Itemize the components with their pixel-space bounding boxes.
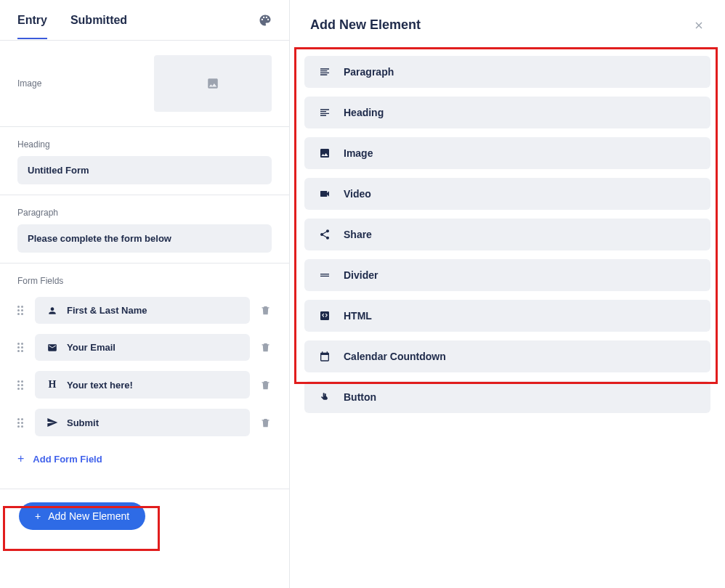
element-paragraph[interactable]: Paragraph bbox=[304, 56, 710, 88]
element-divider[interactable]: Divider bbox=[304, 259, 710, 291]
element-label: Image bbox=[344, 147, 373, 159]
tab-submitted[interactable]: Submitted bbox=[70, 2, 127, 38]
field-row: H Your text here! bbox=[17, 371, 272, 399]
element-label: Button bbox=[344, 391, 376, 403]
drag-handle-icon[interactable] bbox=[17, 418, 29, 428]
video-icon bbox=[316, 188, 333, 200]
field-label: Your Email bbox=[67, 342, 116, 353]
divider-icon bbox=[316, 269, 333, 281]
element-video[interactable]: Video bbox=[304, 178, 710, 210]
code-icon bbox=[316, 310, 333, 322]
heading-label: Heading bbox=[17, 139, 50, 150]
palette-icon[interactable] bbox=[259, 14, 272, 27]
element-label: Heading bbox=[344, 107, 384, 118]
paragraph-icon bbox=[316, 66, 333, 78]
element-html[interactable]: HTML bbox=[304, 300, 710, 332]
element-label: Divider bbox=[344, 269, 378, 281]
add-element-label: Add New Element bbox=[48, 510, 129, 522]
tab-entry[interactable]: Entry bbox=[17, 2, 47, 38]
heading-icon bbox=[316, 107, 333, 118]
heading-section: Heading Untitled Form bbox=[0, 127, 289, 195]
panel-header: Add New Element bbox=[290, 0, 725, 43]
trash-icon[interactable] bbox=[260, 342, 272, 353]
add-form-field-label: Add Form Field bbox=[33, 454, 102, 465]
tabs: Entry Submitted bbox=[0, 0, 289, 41]
field-row: Your Email bbox=[17, 334, 272, 361]
field-text[interactable]: H Your text here! bbox=[35, 371, 250, 399]
element-heading[interactable]: Heading bbox=[304, 97, 710, 128]
paragraph-section: Paragraph Please complete the form below bbox=[0, 195, 289, 264]
right-panel: Add New Element Paragraph Heading bbox=[290, 0, 725, 588]
element-label: Paragraph bbox=[344, 66, 394, 78]
element-button[interactable]: Button bbox=[304, 381, 710, 413]
left-panel: Entry Submitted Image Heading Untitled F… bbox=[0, 0, 290, 588]
element-share[interactable]: Share bbox=[304, 219, 710, 250]
trash-icon[interactable] bbox=[260, 380, 272, 391]
element-image[interactable]: Image bbox=[304, 137, 710, 169]
plus-icon: + bbox=[17, 452, 24, 465]
user-icon bbox=[45, 306, 60, 316]
share-icon bbox=[316, 229, 333, 240]
element-calendar-countdown[interactable]: Calendar Countdown bbox=[304, 340, 710, 372]
trash-icon[interactable] bbox=[260, 305, 272, 316]
field-name[interactable]: First & Last Name bbox=[35, 297, 250, 324]
plus-icon: + bbox=[35, 510, 41, 522]
element-label: Share bbox=[344, 229, 372, 240]
field-submit[interactable]: Submit bbox=[35, 409, 250, 436]
drag-handle-icon[interactable] bbox=[17, 380, 29, 390]
element-label: HTML bbox=[344, 310, 372, 322]
field-label: Your text here! bbox=[67, 380, 133, 391]
add-new-element-button[interactable]: + Add New Element bbox=[19, 502, 145, 530]
trash-icon[interactable] bbox=[260, 417, 272, 428]
envelope-icon bbox=[45, 343, 60, 353]
send-icon bbox=[45, 417, 60, 428]
heading-icon: H bbox=[45, 379, 60, 391]
element-label: Calendar Countdown bbox=[344, 351, 446, 362]
paragraph-label: Paragraph bbox=[17, 208, 58, 218]
panel-title: Add New Element bbox=[310, 17, 421, 33]
form-fields-label: Form Fields bbox=[17, 276, 63, 286]
field-label: Submit bbox=[67, 417, 99, 428]
pointer-icon bbox=[316, 392, 333, 402]
calendar-icon bbox=[316, 351, 333, 362]
image-icon bbox=[206, 77, 219, 90]
image-placeholder[interactable] bbox=[154, 55, 272, 112]
add-form-field-link[interactable]: + Add Form Field bbox=[17, 452, 272, 465]
heading-input[interactable]: Untitled Form bbox=[17, 156, 272, 184]
drag-handle-icon[interactable] bbox=[17, 343, 29, 352]
form-fields-section: Form Fields First & Last Name bbox=[0, 264, 289, 465]
field-row: Submit bbox=[17, 409, 272, 436]
drag-handle-icon[interactable] bbox=[17, 306, 29, 315]
image-label: Image bbox=[17, 78, 41, 89]
elements-list: Paragraph Heading Image Video bbox=[290, 43, 725, 426]
image-section: Image bbox=[0, 41, 289, 127]
paragraph-input[interactable]: Please complete the form below bbox=[17, 224, 272, 253]
field-row: First & Last Name bbox=[17, 297, 272, 324]
field-label: First & Last Name bbox=[67, 305, 147, 316]
add-element-container: + Add New Element bbox=[0, 489, 289, 543]
field-email[interactable]: Your Email bbox=[35, 334, 250, 361]
image-icon bbox=[316, 147, 333, 159]
close-icon[interactable] bbox=[693, 20, 705, 31]
element-label: Video bbox=[344, 188, 371, 200]
